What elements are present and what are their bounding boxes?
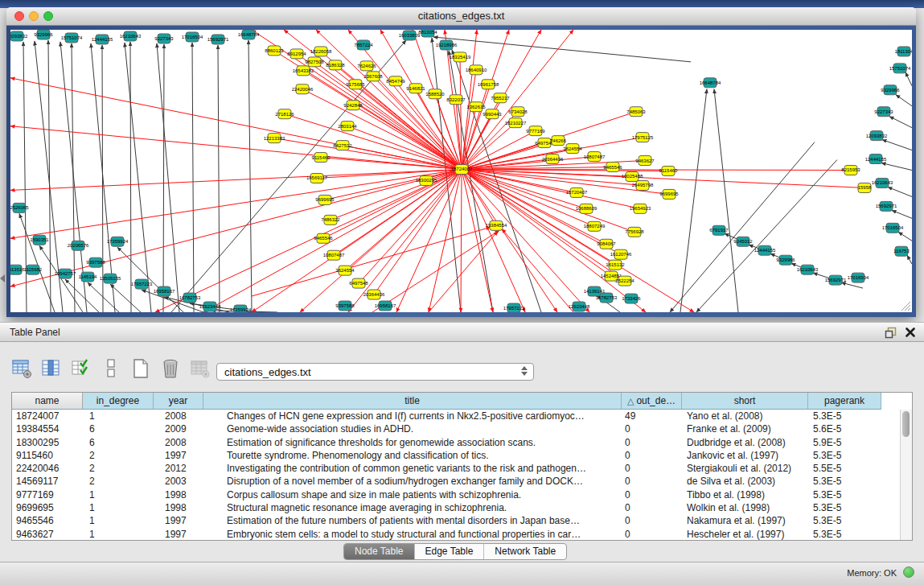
graph-node-label: 20206576: [68, 243, 89, 248]
column-header-pagerank[interactable]: pagerank: [808, 393, 881, 410]
memory-status-indicator[interactable]: [903, 566, 914, 578]
cell: 2008: [154, 436, 203, 449]
graph-node-label: 9227343: [154, 36, 174, 41]
graph-node-label: 15720407: [566, 190, 588, 195]
graph-edge[interactable]: [882, 140, 912, 150]
float-panel-icon[interactable]: [885, 327, 897, 339]
graph-edge[interactable]: [348, 30, 462, 170]
graph-edge[interactable]: [892, 210, 912, 218]
graph-edge[interactable]: [429, 170, 462, 312]
graph-edge[interactable]: [429, 231, 498, 312]
table-row[interactable]: 1456911722003Disruption of a novel membe…: [12, 475, 912, 488]
show-column-icon[interactable]: [41, 358, 62, 379]
table-row[interactable]: 1830029562008Estimation of significance …: [12, 436, 912, 449]
graph-edge[interactable]: [462, 170, 640, 209]
delete-table-icon[interactable]: [160, 358, 181, 379]
graph-edge[interactable]: [248, 40, 252, 312]
graph-edge[interactable]: [680, 89, 707, 312]
canvas-resize-grip-icon[interactable]: [901, 302, 910, 311]
table-row[interactable]: 2242004622012Investigating the contribut…: [12, 462, 912, 475]
table-row[interactable]: 977716911998Corpus callosum shape and si…: [12, 488, 912, 501]
graph-edge[interactable]: [10, 78, 462, 170]
table-row[interactable]: 969969511998Structural magnetic resonanc…: [12, 501, 912, 514]
table-row[interactable]: 946554611997Estimation of the future num…: [12, 514, 912, 527]
graph-edge[interactable]: [374, 170, 462, 295]
graph-edge[interactable]: [462, 170, 557, 312]
graph-edge[interactable]: [155, 170, 462, 312]
table-row[interactable]: 1938455462009Genome-wide association stu…: [12, 422, 912, 435]
close-panel-icon[interactable]: [905, 327, 916, 338]
graph-edge[interactable]: [907, 255, 912, 264]
graph-edge[interactable]: [10, 126, 462, 170]
graph-node-label: 9242848: [343, 103, 363, 108]
graph-node-label: 15751074: [889, 66, 911, 71]
graph-node-label: 15958: [858, 185, 872, 190]
graph-edge[interactable]: [125, 43, 151, 312]
tab-network-table[interactable]: Network Table: [484, 544, 566, 559]
table-scrollbar-thumb[interactable]: [902, 411, 910, 437]
graph-node-label: 12444155: [92, 37, 113, 42]
cell: 0: [622, 514, 682, 527]
graph-edge[interactable]: [670, 142, 815, 312]
graph-edge[interactable]: [714, 89, 738, 312]
graph-edge[interactable]: [88, 282, 119, 312]
table-row[interactable]: 1872400712008Changes of HCN gene express…: [12, 410, 912, 422]
network-canvas[interactable]: 1872400788601238912954182260589827508818…: [10, 30, 912, 312]
graph-edge[interactable]: [359, 170, 462, 284]
table-settings-icon[interactable]: [11, 358, 32, 379]
table-row[interactable]: 946362711997Embryonic stem cells: a mode…: [12, 528, 912, 541]
cell: 18300295: [12, 436, 83, 449]
cell: Franke et al. (2009): [682, 422, 808, 435]
cell: Dudbridge et al. (2008): [682, 436, 808, 449]
graph-edge[interactable]: [192, 43, 194, 312]
graph-edge[interactable]: [906, 72, 912, 86]
tab-edge-table[interactable]: Edge Table: [415, 544, 485, 559]
graph-edge[interactable]: [696, 160, 837, 312]
graph-edge[interactable]: [462, 170, 493, 312]
tab-node-table[interactable]: Node Table: [344, 544, 415, 559]
graph-node-label: 9175685: [346, 82, 365, 87]
graph-edge[interactable]: [353, 105, 462, 170]
table-selector-dropdown[interactable]: citations_edges.txt: [216, 363, 534, 381]
column-header-short[interactable]: short: [682, 393, 808, 410]
graph-edge[interactable]: [19, 213, 55, 312]
table-scrollbar[interactable]: [900, 410, 912, 540]
graph-node-label: 17957223: [131, 282, 153, 286]
graph-edge[interactable]: [452, 50, 541, 312]
graph-edge[interactable]: [39, 245, 83, 312]
column-header-title[interactable]: title: [203, 393, 622, 410]
graph-edge[interactable]: [889, 117, 912, 128]
window-titlebar[interactable]: citations_edges.txt: [6, 7, 916, 26]
graph-edge[interactable]: [896, 95, 912, 106]
graph-edge[interactable]: [462, 30, 573, 170]
graph-node-label: 13942757: [55, 271, 76, 276]
column-header-year[interactable]: year: [154, 393, 203, 410]
graph-edge[interactable]: [433, 37, 691, 62]
graph-edge[interactable]: [252, 227, 491, 296]
select-rows-icon[interactable]: [71, 358, 92, 379]
graph-edge[interactable]: [898, 232, 912, 241]
column-header-name[interactable]: name: [12, 393, 83, 410]
graph-node-label: 15751074: [61, 35, 83, 40]
collapse-panel-arrow-icon[interactable]: [0, 274, 5, 282]
graph-edge[interactable]: [888, 187, 912, 196]
graph-edge[interactable]: [65, 279, 99, 312]
graph-edge[interactable]: [461, 170, 462, 312]
table-row[interactable]: 911546021997Tourette syndrome. Phenomeno…: [12, 449, 912, 462]
graph-edge[interactable]: [881, 163, 912, 171]
column-header-in_degree[interactable]: in_degree: [83, 393, 154, 410]
graph-node-label: 7857224: [354, 43, 373, 47]
network-view-frame: 1872400788601238912954182260589827508818…: [6, 26, 916, 317]
graph-edge[interactable]: [163, 44, 164, 312]
graph-edge[interactable]: [130, 42, 131, 312]
column-header-out_de[interactable]: △out_de…: [622, 393, 682, 410]
graph-edge[interactable]: [157, 43, 179, 312]
graph-edge[interactable]: [841, 282, 863, 288]
graph-node-label: 3624554: [335, 268, 355, 273]
graph-edge[interactable]: [252, 170, 462, 312]
graph-node-label: 1362615: [466, 105, 486, 109]
new-table-icon[interactable]: [130, 358, 151, 379]
graph-edge[interactable]: [218, 45, 220, 312]
row-height-icon[interactable]: [101, 358, 121, 379]
graph-node-label: 16210643: [872, 180, 893, 185]
